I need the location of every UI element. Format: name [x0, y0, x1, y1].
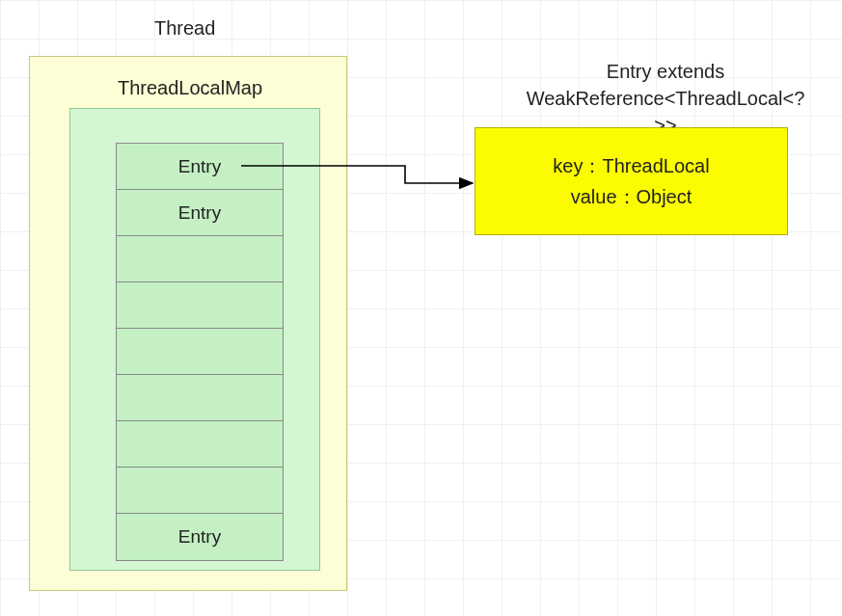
entry-value-line: value：Object	[571, 181, 693, 212]
entry-key-line: key：ThreadLocal	[553, 150, 709, 181]
entry-cell	[117, 421, 283, 468]
entry-title-line1: Entry extends	[607, 61, 724, 82]
entry-cell: Entry	[117, 190, 283, 236]
entry-cell	[117, 282, 283, 329]
entry-cell	[117, 375, 283, 421]
entry-cell: Entry	[117, 144, 283, 190]
entry-cell: Entry	[117, 514, 283, 560]
entry-cell	[117, 468, 283, 514]
entry-cell	[117, 329, 283, 375]
entries-container: Entry Entry Entry	[116, 143, 284, 561]
threadlocalmap-label: ThreadLocalMap	[118, 77, 262, 99]
entry-detail-box: key：ThreadLocal value：Object	[475, 127, 788, 235]
entry-cell	[117, 236, 283, 282]
thread-label: Thread	[154, 17, 215, 40]
